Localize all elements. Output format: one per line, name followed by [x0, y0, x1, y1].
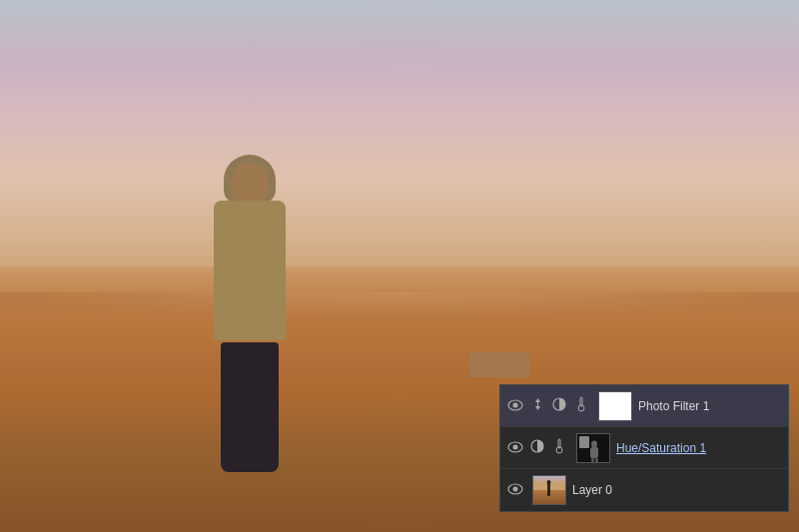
- layer-name-hue-saturation: Hue/Saturation 1: [616, 441, 782, 455]
- svg-rect-14: [591, 458, 594, 462]
- layer-thumbnail-hue-saturation: [576, 433, 610, 463]
- svg-rect-2: [537, 401, 538, 407]
- eye-icon-hue-saturation[interactable]: [506, 440, 524, 456]
- svg-point-21: [547, 480, 551, 484]
- svg-point-12: [591, 440, 597, 447]
- arrow-icon-photo-filter[interactable]: [528, 397, 546, 414]
- layer-icons-layer0: [506, 482, 526, 498]
- svg-rect-13: [590, 447, 598, 458]
- circle-icon-photo-filter[interactable]: [550, 397, 568, 414]
- sky-layer: [0, 0, 799, 292]
- layer-row-hue-saturation[interactable]: Hue/Saturation 1: [500, 427, 788, 469]
- layer-icons-hue-saturation: [506, 438, 570, 457]
- svg-point-7: [513, 444, 518, 449]
- layer-icons-photo-filter: [506, 396, 592, 415]
- svg-rect-20: [547, 482, 550, 496]
- svg-point-17: [513, 487, 518, 492]
- layer-thumbnail-layer0: [532, 475, 566, 505]
- eye-icon-photo-filter[interactable]: [506, 398, 524, 414]
- layer-thumbnail-photo-filter: [598, 391, 632, 421]
- layer-row-layer0[interactable]: Layer 0: [500, 469, 788, 511]
- layers-panel: Photo Filter 1: [499, 384, 789, 512]
- circle-icon-hue-saturation[interactable]: [528, 439, 546, 456]
- layer-name-photo-filter: Photo Filter 1: [638, 399, 782, 413]
- thermometer-icon-hue-saturation[interactable]: [550, 438, 568, 457]
- svg-point-1: [513, 402, 518, 407]
- person-subject: [190, 163, 310, 472]
- layer-row-photo-filter[interactable]: Photo Filter 1: [500, 385, 788, 427]
- thermometer-icon-photo-filter[interactable]: [572, 396, 590, 415]
- layer-name-layer0: Layer 0: [572, 483, 782, 497]
- eye-icon-layer0[interactable]: [506, 482, 524, 498]
- svg-rect-15: [595, 458, 598, 462]
- background-building: [469, 352, 529, 377]
